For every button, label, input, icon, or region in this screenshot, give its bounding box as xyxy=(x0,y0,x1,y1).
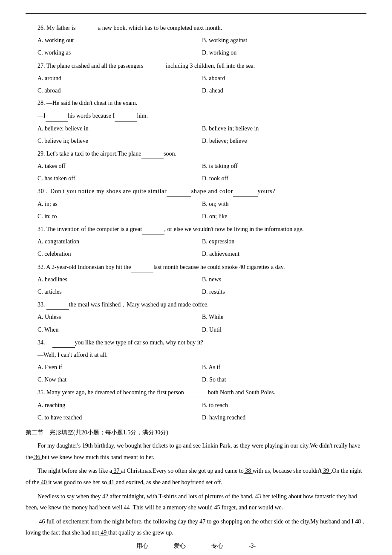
q31-option-d: D. achievement xyxy=(202,249,366,259)
q34-text-1: 34. — you like the new type of car so mu… xyxy=(26,337,366,348)
question-30: 30．Don't you notice my shoes are quite s… xyxy=(26,185,366,222)
q32-option-d: D. results xyxy=(202,286,366,297)
q33-text: 33. the meal was finished，Mary washed up… xyxy=(26,299,366,310)
q29-option-d: D. took off xyxy=(202,173,366,184)
q30-text: 30．Don't you notice my shoes are quite s… xyxy=(26,185,366,197)
question-34: 34. — you like the new type of car so mu… xyxy=(26,337,366,385)
q26-option-d: D. working on xyxy=(202,47,366,58)
q28-text-2: —I his words because I him. xyxy=(26,110,366,121)
q35-option-b: B. to reach xyxy=(202,400,366,410)
q30-options: A. in; as B. on; with xyxy=(37,199,366,209)
paragraph-4: 46 full of excitement from the night bef… xyxy=(26,516,366,539)
q28-options: A. believe; believe in B. believe in; be… xyxy=(37,123,366,134)
q35-option-a: A. reaching xyxy=(37,400,202,410)
question-26: 26. My father is a new book, which has t… xyxy=(26,22,366,58)
q27-option-c: C. abroad xyxy=(37,85,202,96)
section2-header: 第二节 完形填空(共20小题；每小题1.5分，满分30分) xyxy=(26,427,366,438)
q30-option-d: D. on; like xyxy=(202,211,366,222)
footer-item-2: 爱心 xyxy=(174,542,186,550)
q30-options-2: C. in; to D. on; like xyxy=(37,211,366,222)
q26-options-2: C. working as D. working on xyxy=(37,47,366,58)
q28-options-2: C. believe in; believe D. believe; belie… xyxy=(37,136,366,146)
q27-option-a: A. around xyxy=(37,73,202,84)
paragraph-2: The night before she was like a 37 at Ch… xyxy=(26,465,366,488)
question-33: 33. the meal was finished，Mary washed up… xyxy=(26,299,366,335)
q28-text-1: 28. —He said he didn't cheat in the exam… xyxy=(26,98,366,108)
q27-option-b: B. aboard xyxy=(202,73,366,84)
q28-option-a: A. believe; believe in xyxy=(37,123,202,134)
q29-options-2: C. has taken off D. took off xyxy=(37,173,366,184)
q29-option-a: A. takes off xyxy=(37,161,202,171)
question-35: 35. Many years ago, he dreamed of becomi… xyxy=(26,387,366,423)
q30-option-a: A. in; as xyxy=(37,199,202,209)
question-31: 31. The invention of the computer is a g… xyxy=(26,223,366,260)
q34-text-2: —Well, I can't afford it at all. xyxy=(26,350,366,360)
q33-option-d: D. Until xyxy=(202,324,366,335)
q35-option-d: D. having reached xyxy=(202,412,366,423)
q30-option-c: C. in; to xyxy=(37,211,202,222)
q35-options-2: C. to have reached D. having reached xyxy=(37,412,366,423)
page: 26. My father is a new book, which has t… xyxy=(0,0,392,555)
q32-options: A. headlines B. news xyxy=(37,274,366,285)
paragraph-1: For my daughter's 19th birthday, we boug… xyxy=(26,440,366,463)
q31-option-c: C. celebration xyxy=(37,249,202,259)
q35-options: A. reaching B. to reach xyxy=(37,400,366,410)
top-divider xyxy=(26,13,366,14)
q31-options-2: C. celebration D. achievement xyxy=(37,249,366,259)
q32-option-c: C. articles xyxy=(37,286,202,297)
paragraph-3: Needless to say when they 42 after midni… xyxy=(26,491,366,514)
q35-text: 35. Many years ago, he dreamed of becomi… xyxy=(26,387,366,398)
q26-option-c: C. working as xyxy=(37,47,202,58)
content-area: 26. My father is a new book, which has t… xyxy=(26,22,366,539)
q33-options-2: C. When D. Until xyxy=(37,324,366,335)
footer-item-1: 用心 xyxy=(136,542,148,550)
q30-option-b: B. on; with xyxy=(202,199,366,209)
q27-options-2: C. abroad D. ahead xyxy=(37,85,366,96)
q27-text: 27. The plane crashed and all the passen… xyxy=(26,60,366,71)
q35-option-c: C. to have reached xyxy=(37,412,202,423)
q27-option-d: D. ahead xyxy=(202,85,366,96)
q33-options: A. Unless B. While xyxy=(37,312,366,322)
q34-option-d: D. So that xyxy=(202,374,366,385)
question-29: 29. Let's take a taxi to the airport.The… xyxy=(26,148,366,184)
q32-option-b: B. news xyxy=(202,274,366,285)
q33-option-c: C. When xyxy=(37,324,202,335)
q34-option-c: C. Now that xyxy=(37,374,202,385)
q34-options-2: C. Now that D. So that xyxy=(37,374,366,385)
q34-options: A. Even if B. As if xyxy=(37,362,366,373)
q26-text: 26. My father is a new book, which has t… xyxy=(26,22,366,33)
q26-option-a: A. working out xyxy=(37,35,202,46)
q28-option-d: D. believe; believe xyxy=(202,136,366,146)
footer-item-3: 专心 xyxy=(211,542,223,550)
q26-option-b: B. working against xyxy=(202,35,366,46)
q29-text: 29. Let's take a taxi to the airport.The… xyxy=(26,148,366,159)
q31-option-b: B. expression xyxy=(202,236,366,247)
q28-option-b: B. believe in; believe in xyxy=(202,123,366,134)
q33-option-a: A. Unless xyxy=(37,312,202,322)
q29-option-c: C. has taken off xyxy=(37,173,202,184)
question-32: 32. A 2-year-old Indonesian boy hit the … xyxy=(26,261,366,298)
question-27: 27. The plane crashed and all the passen… xyxy=(26,60,366,96)
q31-text: 31. The invention of the computer is a g… xyxy=(26,223,366,234)
q29-options: A. takes off B. is taking off xyxy=(37,161,366,171)
q32-options-2: C. articles D. results xyxy=(37,286,366,297)
q33-option-b: B. While xyxy=(202,312,366,322)
q31-option-a: A. congratulation xyxy=(37,236,202,247)
q26-options: A. working out B. working against xyxy=(37,35,366,46)
q32-text: 32. A 2-year-old Indonesian boy hit the … xyxy=(26,261,366,272)
footer: 用心 爱心 专心 -3- xyxy=(0,542,392,550)
q27-options: A. around B. aboard xyxy=(37,73,366,84)
page-number: -3- xyxy=(249,543,256,549)
q28-option-c: C. believe in; believe xyxy=(37,136,202,146)
question-28: 28. —He said he didn't cheat in the exam… xyxy=(26,98,366,146)
q32-option-a: A. headlines xyxy=(37,274,202,285)
q34-option-a: A. Even if xyxy=(37,362,202,373)
q34-option-b: B. As if xyxy=(202,362,366,373)
q29-option-b: B. is taking off xyxy=(202,161,366,171)
q31-options: A. congratulation B. expression xyxy=(37,236,366,247)
